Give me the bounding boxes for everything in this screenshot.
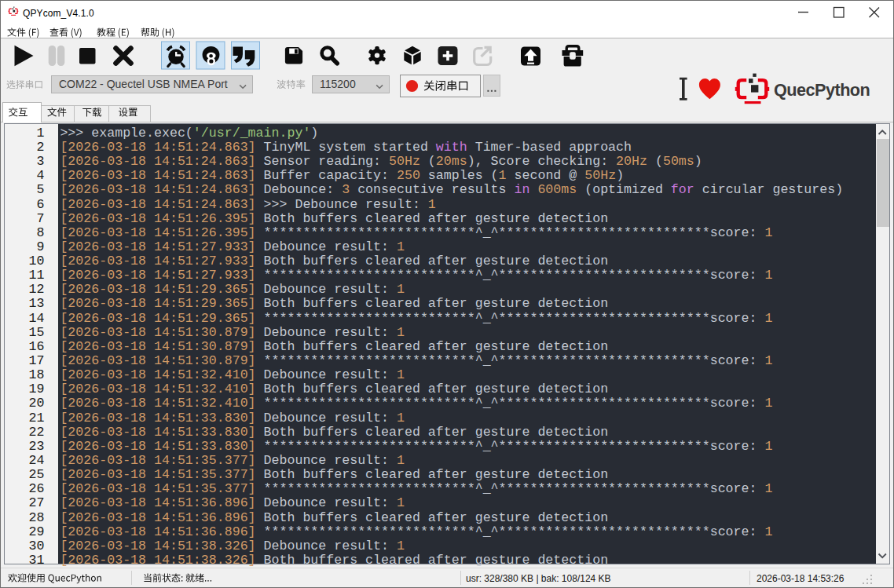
- svg-text:QuecPython: QuecPython: [774, 80, 870, 100]
